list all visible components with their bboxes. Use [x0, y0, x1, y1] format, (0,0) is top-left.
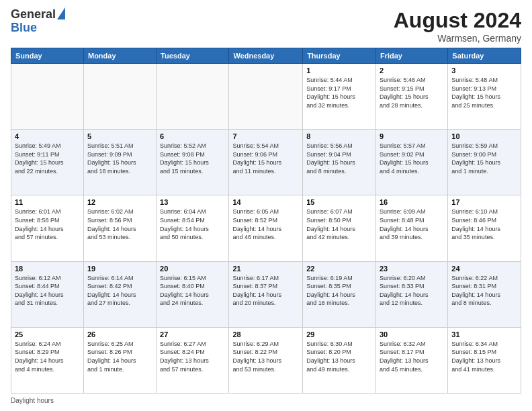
day-info: Sunrise: 5:52 AMSunset: 9:08 PMDaylight:… [160, 142, 225, 175]
day-number: 6 [160, 132, 225, 140]
day-number: 8 [306, 132, 372, 140]
day-info: Sunrise: 6:34 AMSunset: 8:15 PMDaylight:… [451, 340, 517, 373]
day-number: 29 [306, 330, 372, 338]
weekday-header: Tuesday [157, 48, 229, 64]
calendar-cell [11, 64, 84, 130]
day-number: 12 [87, 198, 152, 206]
day-number: 17 [451, 198, 517, 206]
calendar-cell: 11Sunrise: 6:01 AMSunset: 8:58 PMDayligh… [11, 195, 84, 261]
calendar-cell: 14Sunrise: 6:05 AMSunset: 8:52 PMDayligh… [229, 195, 303, 261]
calendar-cell: 30Sunrise: 6:32 AMSunset: 8:17 PMDayligh… [375, 327, 447, 393]
day-number: 19 [87, 265, 152, 273]
day-info: Sunrise: 6:02 AMSunset: 8:56 PMDaylight:… [87, 208, 152, 241]
calendar-cell: 20Sunrise: 6:15 AMSunset: 8:40 PMDayligh… [157, 261, 229, 327]
day-info: Sunrise: 5:48 AMSunset: 9:13 PMDaylight:… [451, 76, 517, 109]
day-number: 2 [380, 66, 444, 75]
footer: Daylight hours [11, 397, 521, 404]
day-number: 13 [160, 198, 225, 206]
day-info: Sunrise: 6:10 AMSunset: 8:46 PMDaylight:… [451, 208, 517, 241]
day-info: Sunrise: 5:57 AMSunset: 9:02 PMDaylight:… [380, 142, 444, 175]
calendar-cell: 12Sunrise: 6:02 AMSunset: 8:56 PMDayligh… [83, 195, 156, 261]
day-number: 21 [232, 265, 299, 273]
calendar-week-row: 11Sunrise: 6:01 AMSunset: 8:58 PMDayligh… [11, 195, 521, 261]
day-info: Sunrise: 6:09 AMSunset: 8:48 PMDaylight:… [380, 208, 444, 241]
calendar-cell: 9Sunrise: 5:57 AMSunset: 9:02 PMDaylight… [375, 130, 447, 195]
calendar-cell: 26Sunrise: 6:25 AMSunset: 8:26 PMDayligh… [83, 327, 156, 393]
location: Warmsen, Germany [394, 33, 521, 44]
day-info: Sunrise: 6:04 AMSunset: 8:54 PMDaylight:… [160, 208, 225, 241]
day-number: 24 [451, 265, 517, 273]
day-info: Sunrise: 6:32 AMSunset: 8:17 PMDaylight:… [380, 340, 444, 373]
calendar-cell: 19Sunrise: 6:14 AMSunset: 8:42 PMDayligh… [83, 261, 156, 327]
calendar-cell: 1Sunrise: 5:44 AMSunset: 9:17 PMDaylight… [303, 64, 376, 130]
weekday-header: Sunday [11, 48, 84, 64]
day-number: 27 [160, 330, 225, 338]
calendar-cell: 3Sunrise: 5:48 AMSunset: 9:13 PMDaylight… [448, 64, 521, 130]
logo-blue: Blue [11, 21, 37, 35]
day-info: Sunrise: 6:14 AMSunset: 8:42 PMDaylight:… [87, 274, 152, 308]
day-number: 1 [306, 66, 372, 75]
day-info: Sunrise: 6:20 AMSunset: 8:33 PMDaylight:… [380, 274, 444, 308]
day-info: Sunrise: 6:29 AMSunset: 8:22 PMDaylight:… [232, 340, 299, 373]
day-number: 30 [380, 330, 444, 338]
day-info: Sunrise: 6:07 AMSunset: 8:50 PMDaylight:… [306, 208, 372, 241]
calendar-cell: 23Sunrise: 6:20 AMSunset: 8:33 PMDayligh… [375, 261, 447, 327]
title-block: August 2024 Warmsen, Germany [394, 8, 521, 44]
day-info: Sunrise: 6:01 AMSunset: 8:58 PMDaylight:… [15, 208, 80, 241]
calendar-cell [83, 64, 156, 130]
day-info: Sunrise: 5:46 AMSunset: 9:15 PMDaylight:… [380, 76, 444, 109]
day-number: 7 [232, 132, 299, 140]
logo: General Blue [11, 8, 65, 35]
calendar-cell: 5Sunrise: 5:51 AMSunset: 9:09 PMDaylight… [83, 130, 156, 195]
day-info: Sunrise: 6:22 AMSunset: 8:31 PMDaylight:… [451, 274, 517, 308]
calendar-cell: 21Sunrise: 6:17 AMSunset: 8:37 PMDayligh… [229, 261, 303, 327]
day-info: Sunrise: 6:17 AMSunset: 8:37 PMDaylight:… [232, 274, 299, 308]
day-number: 10 [451, 132, 517, 140]
day-number: 28 [232, 330, 299, 338]
calendar-cell: 17Sunrise: 6:10 AMSunset: 8:46 PMDayligh… [448, 195, 521, 261]
weekday-header-row: SundayMondayTuesdayWednesdayThursdayFrid… [11, 48, 521, 64]
calendar-week-row: 18Sunrise: 6:12 AMSunset: 8:44 PMDayligh… [11, 261, 521, 327]
calendar-cell: 2Sunrise: 5:46 AMSunset: 9:15 PMDaylight… [375, 64, 447, 130]
calendar-cell: 10Sunrise: 5:59 AMSunset: 9:00 PMDayligh… [448, 130, 521, 195]
calendar-cell: 13Sunrise: 6:04 AMSunset: 8:54 PMDayligh… [157, 195, 229, 261]
calendar-cell: 31Sunrise: 6:34 AMSunset: 8:15 PMDayligh… [448, 327, 521, 393]
day-number: 31 [451, 330, 517, 338]
calendar-cell: 6Sunrise: 5:52 AMSunset: 9:08 PMDaylight… [157, 130, 229, 195]
calendar-cell: 22Sunrise: 6:19 AMSunset: 8:35 PMDayligh… [303, 261, 376, 327]
day-number: 5 [87, 132, 152, 140]
day-number: 20 [160, 265, 225, 273]
day-number: 9 [380, 132, 444, 140]
calendar-cell: 27Sunrise: 6:27 AMSunset: 8:24 PMDayligh… [157, 327, 229, 393]
calendar-cell [229, 64, 303, 130]
day-number: 15 [306, 198, 372, 206]
weekday-header: Saturday [448, 48, 521, 64]
day-info: Sunrise: 5:44 AMSunset: 9:17 PMDaylight:… [306, 76, 372, 109]
day-info: Sunrise: 6:25 AMSunset: 8:26 PMDaylight:… [87, 340, 152, 373]
weekday-header: Thursday [303, 48, 376, 64]
day-number: 16 [380, 198, 444, 206]
day-info: Sunrise: 6:19 AMSunset: 8:35 PMDaylight:… [306, 274, 372, 308]
daylight-hours-label: Daylight hours [11, 397, 54, 404]
calendar-cell: 18Sunrise: 6:12 AMSunset: 8:44 PMDayligh… [11, 261, 84, 327]
calendar-week-row: 4Sunrise: 5:49 AMSunset: 9:11 PMDaylight… [11, 130, 521, 195]
weekday-header: Wednesday [229, 48, 303, 64]
calendar-cell: 29Sunrise: 6:30 AMSunset: 8:20 PMDayligh… [303, 327, 376, 393]
calendar-cell: 4Sunrise: 5:49 AMSunset: 9:11 PMDaylight… [11, 130, 84, 195]
logo-general: General [11, 8, 56, 21]
calendar-cell: 16Sunrise: 6:09 AMSunset: 8:48 PMDayligh… [375, 195, 447, 261]
day-info: Sunrise: 6:27 AMSunset: 8:24 PMDaylight:… [160, 340, 225, 373]
day-number: 14 [232, 198, 299, 206]
day-info: Sunrise: 5:56 AMSunset: 9:04 PMDaylight:… [306, 142, 372, 175]
day-number: 23 [380, 265, 444, 273]
day-number: 22 [306, 265, 372, 273]
calendar-cell: 8Sunrise: 5:56 AMSunset: 9:04 PMDaylight… [303, 130, 376, 195]
logo-triangle-icon [57, 7, 65, 19]
day-number: 11 [15, 198, 80, 206]
header: General Blue August 2024 Warmsen, German… [11, 8, 521, 44]
day-number: 3 [451, 66, 517, 75]
calendar-cell: 25Sunrise: 6:24 AMSunset: 8:29 PMDayligh… [11, 327, 84, 393]
day-info: Sunrise: 5:54 AMSunset: 9:06 PMDaylight:… [232, 142, 299, 175]
calendar-cell [157, 64, 229, 130]
weekday-header: Monday [83, 48, 156, 64]
